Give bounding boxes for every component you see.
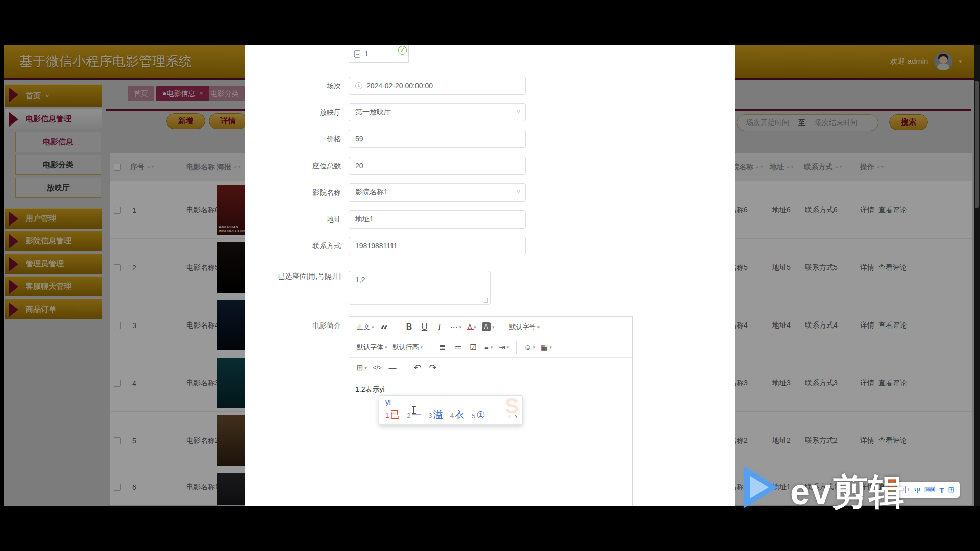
mic-icon[interactable]: Ψ <box>914 486 921 494</box>
seat-total-input[interactable]: 20 <box>349 157 526 175</box>
contact-value: 19819881111 <box>355 242 398 250</box>
line-height-dropdown[interactable]: 默认行高▾ <box>390 339 426 356</box>
field-label-hall: 放映厅 <box>245 103 341 121</box>
bold-button[interactable]: B <box>402 318 417 336</box>
toolbar-separator <box>405 361 405 374</box>
session-datetime-input[interactable]: 2024-02-20 00:00:00 <box>349 77 526 95</box>
blockquote-button[interactable]: “ <box>377 318 392 336</box>
toolbar-separator <box>430 341 430 354</box>
horizontal-rule-button[interactable]: — <box>385 359 400 377</box>
ev-play-logo-inner <box>750 476 769 498</box>
chevron-down-icon: ˅ <box>517 189 520 196</box>
todo-list-button[interactable]: ☑ <box>465 339 481 356</box>
indent-dropdown[interactable]: ⇥▾ <box>496 339 511 356</box>
undo-button[interactable]: ↶ <box>410 359 425 377</box>
emoji-dropdown[interactable]: ☺▾ <box>521 339 538 356</box>
code-block-button[interactable]: </> <box>370 359 385 377</box>
scrollbar-thumb[interactable] <box>975 81 979 208</box>
field-label-intro: 电影简介 <box>245 316 341 335</box>
field-label-selected-seats: 已选座位[用,号隔开] <box>245 271 341 281</box>
resize-handle[interactable] <box>483 297 488 303</box>
toolbar-separator <box>397 320 397 334</box>
editor-text: 1.2表示yi <box>355 385 385 393</box>
skin-icon[interactable]: T <box>939 486 944 494</box>
underline-button[interactable]: U <box>417 318 432 336</box>
ime-candidate[interactable]: 4衣 <box>450 408 464 421</box>
address-value: 地址1 <box>355 215 374 224</box>
page-scrollbar[interactable] <box>974 45 980 506</box>
editor-toolbar-row1: 正文▾ “ B U I ⋯▾ A▾ A▾ 默认字号▾ <box>349 317 632 337</box>
mouse-ibeam-cursor <box>413 406 414 414</box>
more-styles-dropdown[interactable]: ⋯▾ <box>448 318 464 336</box>
text-caret <box>385 385 385 393</box>
toolbox-icon[interactable]: ⊞ <box>948 485 954 494</box>
keyboard-icon[interactable]: ⌨ <box>924 485 936 494</box>
price-input[interactable]: 59 <box>349 130 526 148</box>
hall-select[interactable]: 第一放映厅 ˅ <box>349 103 526 121</box>
editor-toolbar-row2: 默认字体▾ 默认行高▾ ≣ ≔ ☑ ≡▾ ⇥▾ ☺▾ ▦▾ <box>349 337 632 358</box>
uploaded-file-name: 1 <box>364 49 369 58</box>
address-input[interactable]: 地址1 <box>349 210 526 229</box>
ime-candidates: 1已 2一 3溢 4衣 5① <box>385 408 485 421</box>
screen: 基于微信小程序电影管理系统 欢迎 admin ▾ 首页 ˅ 电影信息管理 电影信… <box>0 0 980 551</box>
field-label-address: 地址 <box>245 210 341 229</box>
seat-total-value: 20 <box>355 162 363 170</box>
hall-value: 第一放映厅 <box>355 108 391 117</box>
font-size-dropdown[interactable]: 默认字号▾ <box>507 318 543 336</box>
italic-button[interactable]: I <box>432 318 448 336</box>
ime-candidate[interactable]: 5① <box>472 409 485 421</box>
redo-button[interactable]: ↷ <box>425 359 440 377</box>
numbered-list-button[interactable]: ≔ <box>450 339 465 356</box>
ime-candidate-window: S yi 1已 2一 3溢 4衣 5① ‹ › <box>379 395 523 425</box>
ime-composition: yi <box>385 397 391 406</box>
contact-input[interactable]: 19819881111 <box>349 237 526 255</box>
paragraph-style-dropdown[interactable]: 正文▾ <box>354 318 377 336</box>
highlight-color-dropdown[interactable]: A▾ <box>479 318 497 336</box>
selected-seats-value: 1,2 <box>355 276 365 284</box>
chevron-down-icon: ˅ <box>517 109 520 116</box>
font-color-dropdown[interactable]: A▾ <box>464 318 479 336</box>
ime-next-page-icon[interactable]: › <box>514 412 517 420</box>
insert-image-dropdown[interactable]: ▦▾ <box>538 339 554 356</box>
edit-session-dialog: 1 ✓ 场次 2024-02-20 00:00:00 放映厅 第一放映厅 ˅ 价… <box>245 45 735 506</box>
toolbar-separator <box>502 320 502 334</box>
insert-table-dropdown[interactable]: ⊞▾ <box>354 359 370 377</box>
price-value: 59 <box>355 135 363 143</box>
cinema-value: 影院名称1 <box>355 188 388 197</box>
ev-watermark-text: ev剪辑 <box>790 468 905 516</box>
field-label-contact: 联系方式 <box>245 237 341 255</box>
ime-candidate[interactable]: 1已 <box>385 408 400 421</box>
selected-seats-textarea[interactable]: 1,2 <box>349 271 491 305</box>
sogou-ime-toolbar[interactable]: 中 Ψ ⌨ T ⊞ <box>897 482 960 498</box>
clock-icon <box>355 82 362 89</box>
field-label-cinema: 影院名称 <box>245 183 341 202</box>
bullet-list-button[interactable]: ≣ <box>435 339 450 356</box>
document-icon <box>354 50 360 58</box>
ime-candidate[interactable]: 3溢 <box>428 408 443 421</box>
editor-toolbar-row3: ⊞▾ </> — ↶ ↷ <box>349 358 632 378</box>
align-dropdown[interactable]: ≡▾ <box>481 339 496 356</box>
cinema-select[interactable]: 影院名称1 ˅ <box>349 183 526 202</box>
field-label-price: 价格 <box>245 130 341 148</box>
session-datetime-value: 2024-02-20 00:00:00 <box>366 82 433 90</box>
field-label-seats: 座位总数 <box>245 157 341 175</box>
toolbar-separator <box>516 341 517 354</box>
field-label-session: 场次 <box>245 77 341 95</box>
ime-prev-page-icon[interactable]: ‹ <box>508 412 511 420</box>
font-family-dropdown[interactable]: 默认字体▾ <box>354 339 390 356</box>
upload-success-icon: ✓ <box>398 46 407 55</box>
